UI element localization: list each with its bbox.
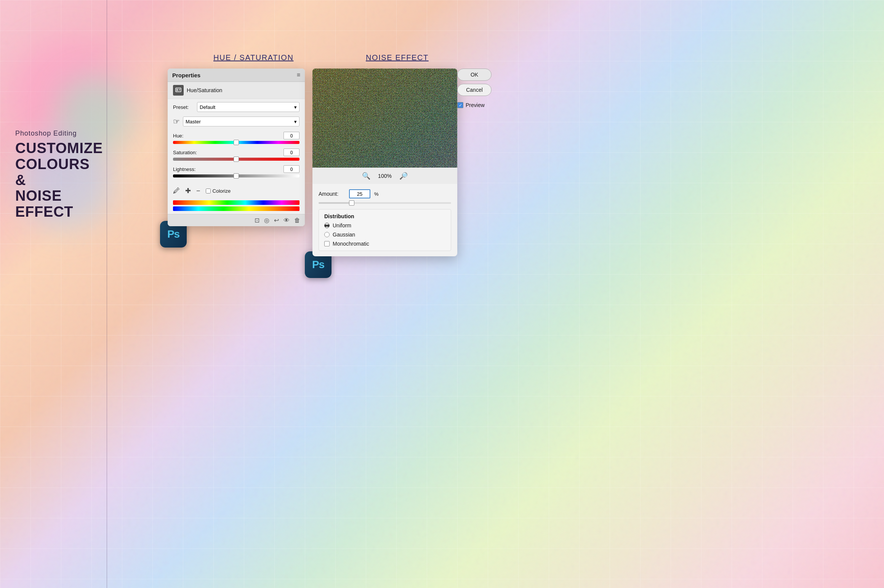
percent-label: %: [374, 191, 379, 197]
gaussian-label: Gaussian: [333, 232, 355, 238]
zoom-value: 100%: [378, 173, 392, 179]
amount-slider-track[interactable]: [319, 202, 451, 204]
hue-slider-header: Hue: 0: [173, 132, 299, 139]
ps-text-1: Ps: [167, 228, 179, 240]
hue-sat-label: Hue/Saturation: [187, 87, 222, 93]
master-row: ☞ Master ▾: [168, 115, 305, 129]
eyedropper-icon-2[interactable]: ✚: [185, 187, 191, 195]
saturation-label: Saturation:: [173, 150, 197, 155]
master-value: Master: [186, 119, 201, 125]
monochromatic-row: Monochromatic: [324, 241, 445, 247]
master-chevron: ▾: [294, 119, 297, 125]
colorize-label: Colorize: [213, 188, 231, 194]
gaussian-radio[interactable]: [324, 232, 330, 237]
preset-value: Default: [200, 104, 215, 110]
monochromatic-checkbox[interactable]: [324, 241, 330, 246]
lightness-value[interactable]: 0: [283, 165, 299, 173]
amount-label: Amount:: [319, 191, 345, 197]
eyedropper-icon-3[interactable]: −: [196, 187, 200, 195]
preset-select[interactable]: Default ▾: [197, 102, 299, 112]
color-bar-spectrum: [173, 206, 299, 211]
eye-icon[interactable]: 👁: [283, 217, 290, 224]
panel-titlebar: Properties ≡: [168, 69, 305, 82]
ps-text-2: Ps: [312, 259, 324, 271]
hue-sat-header: Hue/Saturation: [168, 82, 305, 99]
saturation-track[interactable]: [173, 158, 299, 161]
eyedropper-icon-1[interactable]: 🖉: [173, 187, 180, 195]
hue-value[interactable]: 0: [283, 132, 299, 139]
left-title: CUSTOMIZE COLOURS & NOISE EFFECT: [15, 141, 99, 220]
panel-menu-icon[interactable]: ≡: [297, 72, 300, 78]
noise-preview-svg: [312, 69, 457, 168]
zoom-out-icon[interactable]: 🔍: [362, 172, 370, 180]
amount-slider-thumb[interactable]: [349, 200, 354, 206]
header-noise-effect: NOISE EFFECT: [366, 53, 429, 62]
distribution-title: Distribution: [324, 213, 445, 219]
side-buttons: OK Cancel ✓ Preview: [457, 69, 492, 108]
eyedropper-row: 🖉 ✚ − Colorize: [168, 184, 305, 197]
master-select[interactable]: Master ▾: [183, 117, 299, 126]
amount-row: Amount: %: [319, 189, 451, 198]
saturation-slider-header: Saturation: 0: [173, 149, 299, 156]
title-line3: NOISE EFFECT: [15, 188, 73, 220]
hue-slider-row: Hue: 0: [173, 132, 299, 144]
noise-controls: Amount: % Distribution Uniform Gaussian …: [312, 184, 457, 256]
colorize-check[interactable]: Colorize: [206, 188, 231, 194]
reset-icon[interactable]: ↩: [274, 217, 279, 224]
gaussian-option[interactable]: Gaussian: [324, 232, 445, 238]
lightness-slider-header: Lightness: 0: [173, 165, 299, 173]
title-line2: COLOURS &: [15, 156, 90, 188]
svg-rect-1: [176, 89, 178, 91]
properties-panel: Properties ≡ Hue/Saturation Preset: Defa…: [168, 69, 305, 226]
colorize-checkbox[interactable]: [206, 189, 211, 193]
preview-label: Preview: [466, 102, 485, 108]
svg-rect-5: [312, 69, 457, 168]
hue-track[interactable]: [173, 141, 299, 144]
lightness-track[interactable]: [173, 174, 299, 177]
finger-icon[interactable]: ☞: [173, 117, 180, 126]
lightness-label: Lightness:: [173, 166, 195, 172]
ok-button[interactable]: OK: [457, 69, 492, 81]
panel-footer: ⊡ ◎ ↩ 👁 🗑: [168, 214, 305, 226]
vertical-divider: [107, 0, 107, 588]
header-hue-saturation: HUE / SATURATION: [213, 53, 293, 62]
panel-title: Properties: [172, 72, 200, 78]
noise-panel: 🔍 100% 🔎 Amount: % Distribution Uniform …: [312, 69, 457, 256]
uniform-radio-dot: [325, 224, 327, 227]
left-panel: Photoshop Editing CUSTOMIZE COLOURS & NO…: [15, 129, 99, 220]
hue-thumb[interactable]: [234, 140, 239, 145]
color-bar-rainbow: [173, 200, 299, 205]
panel-body: Hue/Saturation Preset: Default ▾ ☞ Maste…: [168, 82, 305, 214]
clip-icon[interactable]: ⊡: [255, 217, 259, 224]
lightness-thumb[interactable]: [234, 173, 239, 179]
zoom-in-icon[interactable]: 🔎: [399, 172, 408, 180]
hue-sat-icon: [173, 85, 184, 96]
amount-input[interactable]: [349, 189, 370, 198]
trash-icon[interactable]: 🗑: [294, 217, 300, 224]
noise-preview: [312, 69, 457, 168]
lightness-slider-row: Lightness: 0: [173, 165, 299, 177]
preview-checkbox[interactable]: ✓: [457, 102, 463, 108]
title-line1: CUSTOMIZE: [15, 140, 103, 156]
slider-section: Hue: 0 Saturation: 0 L: [168, 129, 305, 184]
svg-rect-6: [312, 69, 457, 168]
cancel-button[interactable]: Cancel: [457, 84, 492, 96]
distribution-section: Distribution Uniform Gaussian Monochroma…: [319, 209, 451, 251]
noise-zoom-bar: 🔍 100% 🔎: [312, 168, 457, 184]
color-bars: [168, 197, 305, 214]
preset-label: Preset:: [173, 104, 194, 110]
hue-label: Hue:: [173, 133, 183, 139]
monochromatic-label: Monochromatic: [333, 241, 369, 247]
left-subtitle: Photoshop Editing: [15, 129, 99, 137]
preset-row: Preset: Default ▾: [168, 99, 305, 115]
visibility-icon[interactable]: ◎: [264, 217, 269, 224]
uniform-radio[interactable]: [324, 223, 330, 228]
saturation-thumb[interactable]: [234, 157, 239, 162]
saturation-value[interactable]: 0: [283, 149, 299, 156]
preview-check[interactable]: ✓ Preview: [457, 102, 485, 108]
uniform-label: Uniform: [333, 222, 351, 228]
preset-chevron: ▾: [294, 104, 297, 110]
uniform-option[interactable]: Uniform: [324, 222, 445, 228]
saturation-slider-row: Saturation: 0: [173, 149, 299, 161]
